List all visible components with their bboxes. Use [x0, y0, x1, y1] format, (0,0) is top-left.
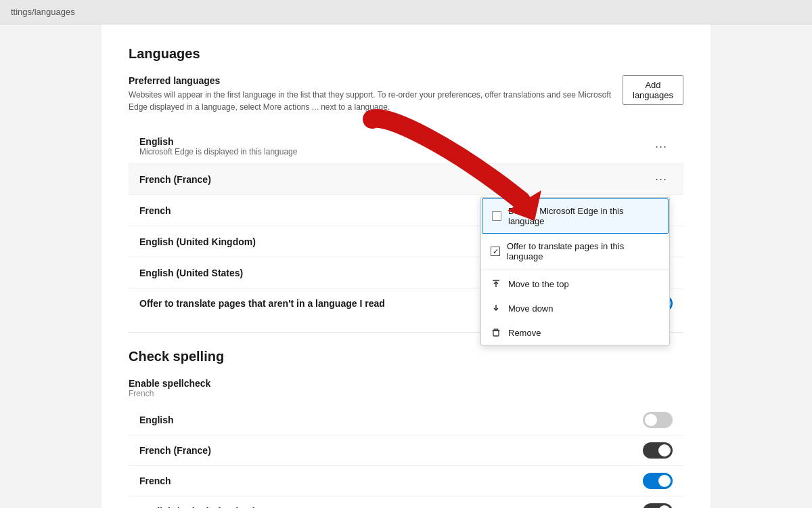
language-name-english-us: English (United States) — [139, 268, 243, 278]
move-top-icon — [491, 278, 501, 289]
url-bar: ttings/languages — [11, 7, 75, 17]
move-down-icon — [491, 303, 501, 314]
check-spelling-title: Check spelling — [129, 349, 683, 364]
language-row-english: English Microsoft Edge is displayed in t… — [129, 129, 683, 164]
spell-lang-english: English — [139, 415, 174, 425]
language-info-english: English Microsoft Edge is displayed in t… — [139, 136, 297, 156]
context-menu: Display Microsoft Edge in this language … — [480, 197, 670, 345]
preferred-languages-info: Preferred languages Websites will appear… — [129, 75, 623, 124]
menu-label-offer-translate: Offer to translate pages in this languag… — [507, 241, 660, 261]
menu-item-move-down[interactable]: Move down — [481, 296, 669, 320]
spell-lang-french: French — [139, 475, 171, 486]
add-languages-button[interactable]: Add languages — [623, 75, 683, 105]
language-name-english: English — [139, 136, 297, 147]
preferred-languages-desc: Websites will appear in the first langua… — [129, 89, 623, 113]
enable-spellcheck-label: Enable spellcheck — [129, 378, 683, 389]
menu-checkbox-offer-translate: ✓ — [491, 247, 500, 256]
trash-icon — [491, 327, 501, 338]
menu-label-move-top: Move to the top — [508, 279, 569, 289]
spell-toggle-french-france[interactable] — [643, 442, 673, 459]
svg-rect-1 — [493, 331, 499, 336]
menu-checkbox-display-edge — [492, 211, 501, 221]
page-container: Languages Preferred languages Websites w… — [0, 24, 812, 508]
spell-row-english: English — [129, 405, 683, 436]
language-info-french-france: French (France) — [139, 174, 211, 185]
browser-bar: ttings/languages — [0, 0, 812, 24]
languages-title: Languages — [129, 46, 683, 62]
menu-label-display-edge: Display Microsoft Edge in this language — [508, 206, 658, 226]
spell-toggle-english-uk[interactable] — [643, 503, 673, 508]
spell-row-french-france: French (France) — [129, 436, 683, 466]
menu-item-offer-translate[interactable]: ✓ Offer to translate pages in this langu… — [481, 234, 669, 268]
preferred-languages-header: Preferred languages Websites will appear… — [129, 75, 683, 124]
checkmark-icon: ✓ — [493, 247, 499, 256]
preferred-languages-label: Preferred languages — [129, 75, 623, 86]
language-sub-english: Microsoft Edge is displayed in this lang… — [139, 147, 297, 156]
spell-toggle-english[interactable] — [643, 412, 673, 428]
spellcheck-sub-label: French — [129, 389, 683, 398]
language-info-french: French — [139, 205, 171, 216]
spell-row-french: French — [129, 466, 683, 496]
spell-row-english-uk: English (United Kingdom) — [129, 496, 683, 508]
spell-lang-french-france: French (France) — [139, 445, 211, 456]
language-name-french: French — [139, 205, 171, 216]
language-name-english-uk: English (United Kingdom) — [139, 236, 256, 247]
menu-label-move-down: Move down — [508, 303, 553, 314]
language-info-english-uk: English (United Kingdom) — [139, 236, 256, 247]
more-button-french-france[interactable]: ··· — [650, 171, 673, 188]
language-name-french-france: French (France) — [139, 174, 211, 185]
menu-item-move-top[interactable]: Move to the top — [481, 272, 669, 296]
menu-item-display-edge[interactable]: Display Microsoft Edge in this language — [482, 198, 669, 234]
menu-divider-1 — [481, 270, 669, 270]
more-button-english[interactable]: ··· — [650, 138, 673, 155]
menu-label-remove: Remove — [508, 328, 541, 338]
spell-toggle-french[interactable] — [643, 473, 673, 489]
language-row-french-france: French (France) ··· — [129, 164, 683, 195]
spell-check-section: Check spelling Enable spellcheck French … — [129, 349, 683, 508]
content-area: Languages Preferred languages Websites w… — [102, 24, 710, 508]
menu-item-remove[interactable]: Remove — [481, 320, 669, 345]
offer-translate-label: Offer to translate pages that aren't in … — [139, 298, 385, 309]
language-info-english-us: English (United States) — [139, 268, 243, 278]
